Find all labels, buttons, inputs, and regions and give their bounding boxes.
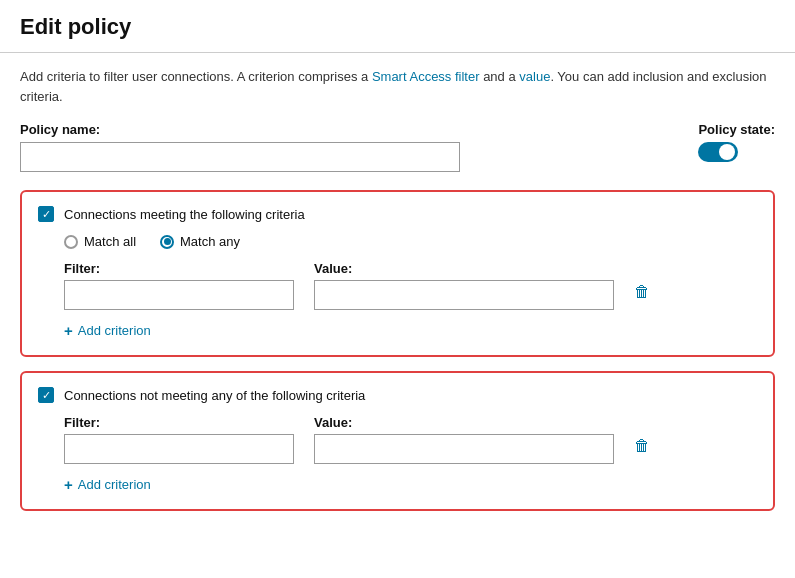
radio-circle-any [160, 235, 174, 249]
filter-section-1: Filter: [64, 261, 294, 310]
info-link-value[interactable]: value [519, 69, 550, 84]
filter-section-2: Filter: [64, 415, 294, 464]
value-input-2[interactable] [314, 434, 614, 464]
policy-state-label: Policy state: [698, 122, 775, 137]
page-container: Edit policy Add criteria to filter user … [0, 0, 795, 578]
filter-value-row-2: Filter: Value: 🗑 [38, 415, 757, 464]
info-prefix: Add criteria to filter user connections.… [20, 69, 372, 84]
page-content: Add criteria to filter user connections.… [0, 53, 795, 539]
info-text: Add criteria to filter user connections.… [20, 67, 775, 106]
add-criterion-1[interactable]: + Add criterion [38, 322, 757, 339]
info-mid: and a [480, 69, 520, 84]
value-section-2: Value: [314, 415, 614, 464]
value-section-1: Value: [314, 261, 614, 310]
toggle-knob [719, 144, 735, 160]
match-options: Match all Match any [38, 234, 757, 249]
radio-match-all[interactable]: Match all [64, 234, 136, 249]
criteria-title-2: Connections not meeting any of the follo… [64, 388, 365, 403]
policy-name-input[interactable] [20, 142, 460, 172]
policy-name-section: Policy name: [20, 122, 460, 172]
policy-state-toggle[interactable] [698, 142, 738, 162]
add-criterion-label-2: Add criterion [78, 477, 151, 492]
policy-name-label: Policy name: [20, 122, 460, 137]
filter-value-row-1: Filter: Value: 🗑 [38, 261, 757, 310]
delete-criterion-2[interactable]: 🗑 [634, 437, 650, 455]
value-input-1[interactable] [314, 280, 614, 310]
page-header: Edit policy [0, 0, 795, 53]
checkmark-icon-1: ✓ [42, 209, 51, 220]
checkmark-icon-2: ✓ [42, 390, 51, 401]
criteria-header-2: ✓ Connections not meeting any of the fol… [38, 387, 757, 403]
criteria-box-inclusion: ✓ Connections meeting the following crit… [20, 190, 775, 357]
criteria-header-1: ✓ Connections meeting the following crit… [38, 206, 757, 222]
criteria-checkbox-2[interactable]: ✓ [38, 387, 54, 403]
filter-label-1: Filter: [64, 261, 294, 276]
filter-input-1[interactable] [64, 280, 294, 310]
add-criterion-label-1: Add criterion [78, 323, 151, 338]
filter-label-2: Filter: [64, 415, 294, 430]
filter-input-2[interactable] [64, 434, 294, 464]
add-criterion-icon-1: + [64, 322, 73, 339]
add-criterion-icon-2: + [64, 476, 73, 493]
page-title: Edit policy [20, 14, 775, 40]
radio-all-label: Match all [84, 234, 136, 249]
policy-state-section: Policy state: [698, 122, 775, 162]
value-label-1: Value: [314, 261, 614, 276]
radio-inner-any [164, 238, 171, 245]
criteria-checkbox-1[interactable]: ✓ [38, 206, 54, 222]
value-label-2: Value: [314, 415, 614, 430]
radio-match-any[interactable]: Match any [160, 234, 240, 249]
criteria-box-exclusion: ✓ Connections not meeting any of the fol… [20, 371, 775, 511]
radio-any-label: Match any [180, 234, 240, 249]
criteria-title-1: Connections meeting the following criter… [64, 207, 305, 222]
policy-row: Policy name: Policy state: [20, 122, 775, 172]
delete-criterion-1[interactable]: 🗑 [634, 283, 650, 301]
info-link-filter[interactable]: Smart Access filter [372, 69, 480, 84]
add-criterion-2[interactable]: + Add criterion [38, 476, 757, 493]
radio-circle-all [64, 235, 78, 249]
